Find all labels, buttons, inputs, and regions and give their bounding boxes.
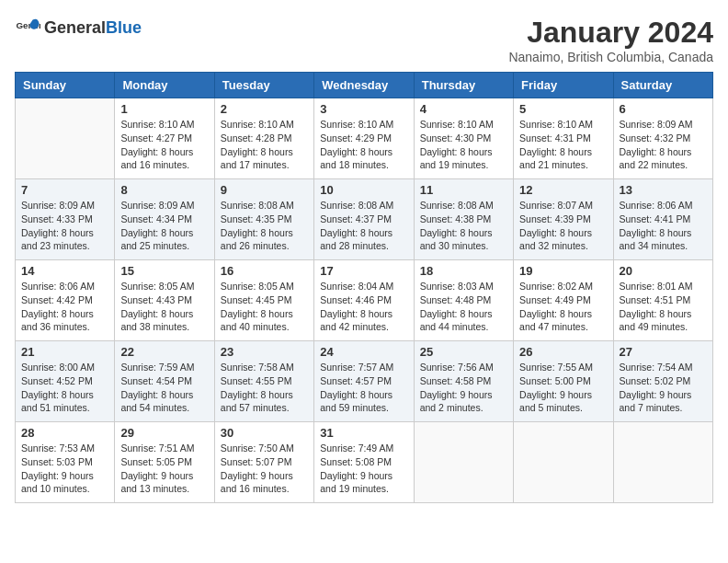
cell-info: Sunrise: 8:08 AMSunset: 4:37 PMDaylight:… (320, 199, 407, 253)
day-number: 2 (221, 102, 308, 116)
calendar-cell: 18Sunrise: 8:03 AMSunset: 4:48 PMDayligh… (414, 260, 513, 341)
cell-info: Sunrise: 8:02 AMSunset: 4:49 PMDaylight:… (519, 280, 607, 334)
day-number: 25 (420, 345, 507, 359)
day-number: 27 (620, 345, 707, 359)
cell-info: Sunrise: 7:53 AMSunset: 5:03 PMDaylight:… (21, 442, 108, 496)
day-header-wednesday: Wednesday (314, 73, 414, 98)
location-title: Nanaimo, British Columbia, Canada (508, 50, 713, 64)
cell-info: Sunrise: 8:04 AMSunset: 4:46 PMDaylight:… (320, 280, 407, 334)
page-header: General General Blue January 2024 Nanaim… (15, 15, 713, 64)
calendar-cell: 16Sunrise: 8:05 AMSunset: 4:45 PMDayligh… (214, 260, 313, 341)
calendar-cell: 19Sunrise: 8:02 AMSunset: 4:49 PMDayligh… (514, 260, 613, 341)
day-number: 15 (120, 264, 208, 278)
day-header-thursday: Thursday (414, 73, 513, 98)
day-number: 31 (320, 426, 407, 440)
calendar-cell: 10Sunrise: 8:08 AMSunset: 4:37 PMDayligh… (314, 179, 414, 260)
cell-info: Sunrise: 7:50 AMSunset: 5:07 PMDaylight:… (221, 442, 308, 496)
day-header-sunday: Sunday (16, 73, 115, 98)
cell-info: Sunrise: 8:09 AMSunset: 4:33 PMDaylight:… (21, 199, 108, 253)
day-header-friday: Friday (514, 73, 613, 98)
calendar-cell: 11Sunrise: 8:08 AMSunset: 4:38 PMDayligh… (414, 179, 513, 260)
calendar-cell: 30Sunrise: 7:50 AMSunset: 5:07 PMDayligh… (214, 422, 313, 503)
calendar-cell: 28Sunrise: 7:53 AMSunset: 5:03 PMDayligh… (16, 422, 115, 503)
calendar-cell: 6Sunrise: 8:09 AMSunset: 4:32 PMDaylight… (613, 98, 712, 179)
day-number: 16 (221, 264, 308, 278)
day-header-tuesday: Tuesday (214, 73, 313, 98)
cell-info: Sunrise: 8:10 AMSunset: 4:27 PMDaylight:… (120, 118, 208, 172)
cell-info: Sunrise: 8:08 AMSunset: 4:35 PMDaylight:… (221, 199, 308, 253)
cell-info: Sunrise: 7:58 AMSunset: 4:55 PMDaylight:… (221, 361, 308, 415)
calendar-cell: 29Sunrise: 7:51 AMSunset: 5:05 PMDayligh… (115, 422, 214, 503)
title-area: January 2024 Nanaimo, British Columbia, … (508, 15, 713, 64)
calendar-cell: 9Sunrise: 8:08 AMSunset: 4:35 PMDaylight… (214, 179, 313, 260)
day-number: 24 (320, 345, 407, 359)
cell-info: Sunrise: 8:01 AMSunset: 4:51 PMDaylight:… (620, 280, 707, 334)
calendar-cell: 20Sunrise: 8:01 AMSunset: 4:51 PMDayligh… (613, 260, 712, 341)
cell-info: Sunrise: 8:05 AMSunset: 4:45 PMDaylight:… (221, 280, 308, 334)
week-row-5: 28Sunrise: 7:53 AMSunset: 5:03 PMDayligh… (16, 422, 713, 503)
cell-info: Sunrise: 7:49 AMSunset: 5:08 PMDaylight:… (320, 442, 407, 496)
cell-info: Sunrise: 7:57 AMSunset: 4:57 PMDaylight:… (320, 361, 407, 415)
day-number: 8 (120, 183, 208, 197)
calendar-cell: 24Sunrise: 7:57 AMSunset: 4:57 PMDayligh… (314, 341, 414, 422)
calendar-cell (613, 422, 712, 503)
logo-text-blue: Blue (106, 18, 142, 38)
day-number: 9 (221, 183, 308, 197)
week-row-2: 7Sunrise: 8:09 AMSunset: 4:33 PMDaylight… (16, 179, 713, 260)
logo: General General Blue (15, 15, 142, 40)
calendar-cell: 23Sunrise: 7:58 AMSunset: 4:55 PMDayligh… (214, 341, 313, 422)
calendar-cell: 27Sunrise: 7:54 AMSunset: 5:02 PMDayligh… (613, 341, 712, 422)
cell-info: Sunrise: 8:08 AMSunset: 4:38 PMDaylight:… (420, 199, 507, 253)
calendar-cell: 21Sunrise: 8:00 AMSunset: 4:52 PMDayligh… (16, 341, 115, 422)
day-number: 6 (620, 102, 707, 116)
cell-info: Sunrise: 8:05 AMSunset: 4:43 PMDaylight:… (120, 280, 208, 334)
calendar-cell (414, 422, 513, 503)
logo-text-general: General (44, 18, 106, 38)
cell-info: Sunrise: 7:59 AMSunset: 4:54 PMDaylight:… (120, 361, 208, 415)
day-number: 13 (620, 183, 707, 197)
cell-info: Sunrise: 7:51 AMSunset: 5:05 PMDaylight:… (120, 442, 208, 496)
calendar-cell: 14Sunrise: 8:06 AMSunset: 4:42 PMDayligh… (16, 260, 115, 341)
cell-info: Sunrise: 8:03 AMSunset: 4:48 PMDaylight:… (420, 280, 507, 334)
calendar-cell: 25Sunrise: 7:56 AMSunset: 4:58 PMDayligh… (414, 341, 513, 422)
day-number: 26 (519, 345, 607, 359)
logo-icon: General (15, 15, 40, 40)
day-number: 14 (21, 264, 108, 278)
cell-info: Sunrise: 8:10 AMSunset: 4:30 PMDaylight:… (420, 118, 507, 172)
day-header-monday: Monday (115, 73, 214, 98)
calendar-cell: 13Sunrise: 8:06 AMSunset: 4:41 PMDayligh… (613, 179, 712, 260)
calendar-cell: 2Sunrise: 8:10 AMSunset: 4:28 PMDaylight… (214, 98, 313, 179)
day-number: 17 (320, 264, 407, 278)
calendar-cell (514, 422, 613, 503)
cell-info: Sunrise: 7:55 AMSunset: 5:00 PMDaylight:… (519, 361, 607, 415)
calendar-cell: 8Sunrise: 8:09 AMSunset: 4:34 PMDaylight… (115, 179, 214, 260)
day-number: 18 (420, 264, 507, 278)
calendar-cell: 31Sunrise: 7:49 AMSunset: 5:08 PMDayligh… (314, 422, 414, 503)
day-number: 28 (21, 426, 108, 440)
cell-info: Sunrise: 8:06 AMSunset: 4:41 PMDaylight:… (620, 199, 707, 253)
cell-info: Sunrise: 8:10 AMSunset: 4:31 PMDaylight:… (519, 118, 607, 172)
day-number: 4 (420, 102, 507, 116)
calendar-cell: 15Sunrise: 8:05 AMSunset: 4:43 PMDayligh… (115, 260, 214, 341)
calendar-cell: 7Sunrise: 8:09 AMSunset: 4:33 PMDaylight… (16, 179, 115, 260)
day-number: 29 (120, 426, 208, 440)
days-header-row: SundayMondayTuesdayWednesdayThursdayFrid… (16, 73, 713, 98)
calendar-cell (16, 98, 115, 179)
cell-info: Sunrise: 8:10 AMSunset: 4:28 PMDaylight:… (221, 118, 308, 172)
cell-info: Sunrise: 8:00 AMSunset: 4:52 PMDaylight:… (21, 361, 108, 415)
cell-info: Sunrise: 7:54 AMSunset: 5:02 PMDaylight:… (620, 361, 707, 415)
day-number: 11 (420, 183, 507, 197)
day-number: 1 (120, 102, 208, 116)
day-header-saturday: Saturday (613, 73, 712, 98)
cell-info: Sunrise: 8:10 AMSunset: 4:29 PMDaylight:… (320, 118, 407, 172)
day-number: 10 (320, 183, 407, 197)
calendar-cell: 12Sunrise: 8:07 AMSunset: 4:39 PMDayligh… (514, 179, 613, 260)
calendar-cell: 17Sunrise: 8:04 AMSunset: 4:46 PMDayligh… (314, 260, 414, 341)
cell-info: Sunrise: 8:09 AMSunset: 4:34 PMDaylight:… (120, 199, 208, 253)
week-row-3: 14Sunrise: 8:06 AMSunset: 4:42 PMDayligh… (16, 260, 713, 341)
day-number: 12 (519, 183, 607, 197)
cell-info: Sunrise: 8:06 AMSunset: 4:42 PMDaylight:… (21, 280, 108, 334)
day-number: 22 (120, 345, 208, 359)
calendar-cell: 3Sunrise: 8:10 AMSunset: 4:29 PMDaylight… (314, 98, 414, 179)
day-number: 21 (21, 345, 108, 359)
